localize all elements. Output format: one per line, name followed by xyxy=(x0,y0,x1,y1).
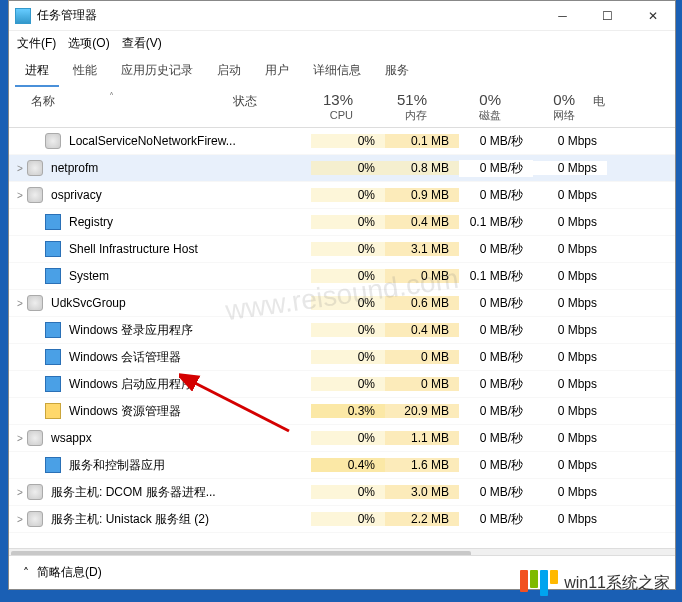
header-cpu-pct: 13% xyxy=(293,91,353,108)
table-row[interactable]: >UdkSvcGroup0%0.6 MB0 MB/秒0 Mbps xyxy=(9,290,675,317)
expand-toggle-icon[interactable]: > xyxy=(9,487,27,498)
tab-processes[interactable]: 进程 xyxy=(15,56,59,87)
network-value: 0 Mbps xyxy=(533,188,607,202)
memory-value: 2.2 MB xyxy=(385,512,459,526)
disk-value: 0 MB/秒 xyxy=(459,484,533,501)
network-value: 0 Mbps xyxy=(533,323,607,337)
network-value: 0 Mbps xyxy=(533,431,607,445)
scrollbar-thumb[interactable] xyxy=(11,551,471,555)
process-name: Shell Infrastructure Host xyxy=(67,242,251,256)
menu-options[interactable]: 选项(O) xyxy=(68,35,109,52)
memory-value: 1.6 MB xyxy=(385,458,459,472)
disk-value: 0 MB/秒 xyxy=(459,511,533,528)
process-name: wsappx xyxy=(49,431,251,445)
network-value: 0 Mbps xyxy=(533,377,607,391)
cpu-value: 0% xyxy=(311,512,385,526)
memory-value: 0.6 MB xyxy=(385,296,459,310)
expand-toggle-icon[interactable]: > xyxy=(9,298,27,309)
memory-value: 0.4 MB xyxy=(385,323,459,337)
gear-icon xyxy=(27,430,43,446)
process-name: 服务主机: Unistack 服务组 (2) xyxy=(49,511,251,528)
table-row[interactable]: Windows 会话管理器0%0 MB0 MB/秒0 Mbps xyxy=(9,344,675,371)
tab-services[interactable]: 服务 xyxy=(375,56,419,87)
table-row[interactable]: Registry0%0.4 MB0.1 MB/秒0 Mbps xyxy=(9,209,675,236)
table-row[interactable]: System0%0 MB0.1 MB/秒0 Mbps xyxy=(9,263,675,290)
process-name: Windows 启动应用程序 xyxy=(67,376,251,393)
expand-toggle-icon[interactable]: > xyxy=(9,163,27,174)
expand-toggle-icon[interactable]: > xyxy=(9,433,27,444)
column-headers: 名称 ˄ 状态 13% CPU 51% 内存 0% 磁盘 0% 网络 电 xyxy=(9,87,675,128)
gear-icon xyxy=(45,133,61,149)
disk-value: 0 MB/秒 xyxy=(459,187,533,204)
header-disk-pct: 0% xyxy=(441,91,501,108)
disk-value: 0.1 MB/秒 xyxy=(459,268,533,285)
header-net-pct: 0% xyxy=(515,91,575,108)
cpu-value: 0% xyxy=(311,161,385,175)
menu-file[interactable]: 文件(F) xyxy=(17,35,56,52)
disk-value: 0 MB/秒 xyxy=(459,160,533,177)
table-row[interactable]: >wsappx0%1.1 MB0 MB/秒0 Mbps xyxy=(9,425,675,452)
expand-toggle-icon[interactable]: > xyxy=(9,190,27,201)
header-disk-label: 磁盘 xyxy=(479,109,501,121)
memory-value: 0 MB xyxy=(385,377,459,391)
table-row[interactable]: >服务主机: Unistack 服务组 (2)0%2.2 MB0 MB/秒0 M… xyxy=(9,506,675,533)
disk-value: 0 MB/秒 xyxy=(459,457,533,474)
expand-toggle-icon[interactable]: > xyxy=(9,514,27,525)
table-row[interactable]: Windows 资源管理器0.3%20.9 MB0 MB/秒0 Mbps xyxy=(9,398,675,425)
disk-value: 0 MB/秒 xyxy=(459,349,533,366)
tab-startup[interactable]: 启动 xyxy=(207,56,251,87)
process-rows[interactable]: LocalServiceNoNetworkFirew...0%0.1 MB0 M… xyxy=(9,128,675,548)
cpu-value: 0% xyxy=(311,485,385,499)
table-row[interactable]: Windows 登录应用程序0%0.4 MB0 MB/秒0 Mbps xyxy=(9,317,675,344)
chevron-up-icon[interactable]: ˄ xyxy=(23,566,29,580)
cpu-value: 0% xyxy=(311,377,385,391)
process-name: System xyxy=(67,269,251,283)
sort-indicator-icon: ˄ xyxy=(109,91,114,102)
memory-value: 3.1 MB xyxy=(385,242,459,256)
tab-app-history[interactable]: 应用历史记录 xyxy=(111,56,203,87)
menu-view[interactable]: 查看(V) xyxy=(122,35,162,52)
horizontal-scrollbar[interactable] xyxy=(9,548,675,555)
table-row[interactable]: >osprivacy0%0.9 MB0 MB/秒0 Mbps xyxy=(9,182,675,209)
table-row[interactable]: 服务和控制器应用0.4%1.6 MB0 MB/秒0 Mbps xyxy=(9,452,675,479)
minimize-button[interactable]: ─ xyxy=(540,1,585,31)
tab-performance[interactable]: 性能 xyxy=(63,56,107,87)
disk-value: 0 MB/秒 xyxy=(459,241,533,258)
blue-icon xyxy=(45,268,61,284)
network-value: 0 Mbps xyxy=(533,458,607,472)
memory-value: 3.0 MB xyxy=(385,485,459,499)
process-name: osprivacy xyxy=(49,188,251,202)
cpu-value: 0% xyxy=(311,269,385,283)
memory-value: 20.9 MB xyxy=(385,404,459,418)
blue-icon xyxy=(45,457,61,473)
header-name-label: 名称 xyxy=(31,94,55,108)
cpu-value: 0% xyxy=(311,350,385,364)
header-network[interactable]: 0% 网络 xyxy=(511,87,585,127)
header-memory[interactable]: 51% 内存 xyxy=(363,87,437,127)
table-row[interactable]: Windows 启动应用程序0%0 MB0 MB/秒0 Mbps xyxy=(9,371,675,398)
network-value: 0 Mbps xyxy=(533,485,607,499)
header-extra[interactable]: 电 xyxy=(585,87,613,127)
fewer-details-link[interactable]: 简略信息(D) xyxy=(37,564,102,581)
disk-value: 0.1 MB/秒 xyxy=(459,214,533,231)
header-mem-label: 内存 xyxy=(405,109,427,121)
close-button[interactable]: ✕ xyxy=(630,1,675,31)
header-status[interactable]: 状态 xyxy=(229,87,289,127)
window-title: 任务管理器 xyxy=(37,7,540,24)
header-cpu[interactable]: 13% CPU xyxy=(289,87,363,127)
memory-value: 1.1 MB xyxy=(385,431,459,445)
table-row[interactable]: >服务主机: DCOM 服务器进程...0%3.0 MB0 MB/秒0 Mbps xyxy=(9,479,675,506)
header-name[interactable]: 名称 ˄ xyxy=(9,87,229,127)
table-row[interactable]: LocalServiceNoNetworkFirew...0%0.1 MB0 M… xyxy=(9,128,675,155)
maximize-button[interactable]: ☐ xyxy=(585,1,630,31)
tab-details[interactable]: 详细信息 xyxy=(303,56,371,87)
app-icon xyxy=(15,8,31,24)
header-net-label: 网络 xyxy=(553,109,575,121)
table-row[interactable]: Shell Infrastructure Host0%3.1 MB0 MB/秒0… xyxy=(9,236,675,263)
table-row[interactable]: >netprofm0%0.8 MB0 MB/秒0 Mbps xyxy=(9,155,675,182)
network-value: 0 Mbps xyxy=(533,161,607,175)
memory-value: 0.4 MB xyxy=(385,215,459,229)
tab-users[interactable]: 用户 xyxy=(255,56,299,87)
footer: ˄ 简略信息(D) xyxy=(9,555,675,589)
header-disk[interactable]: 0% 磁盘 xyxy=(437,87,511,127)
